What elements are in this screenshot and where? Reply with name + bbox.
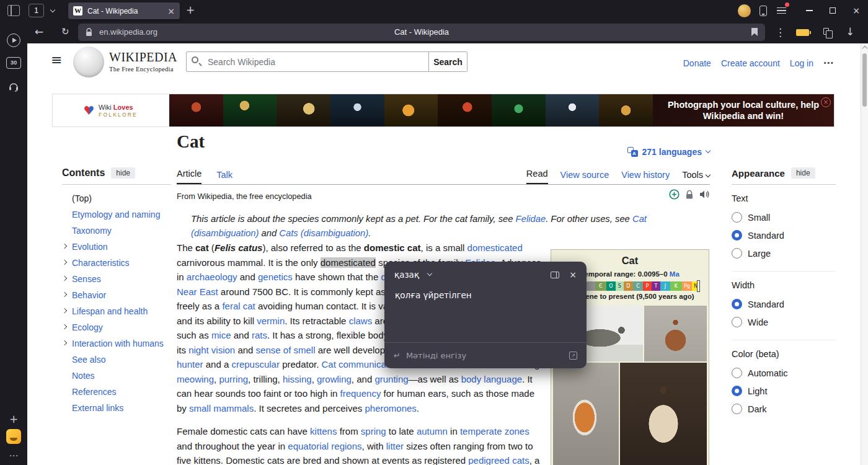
toc-expand-icon[interactable] bbox=[62, 276, 67, 281]
wiki-link[interactable]: pheromones bbox=[365, 403, 416, 414]
toc-expand-icon[interactable] bbox=[62, 292, 67, 297]
wiki-link[interactable]: night vision bbox=[188, 345, 235, 355]
toc-expand-icon[interactable] bbox=[62, 244, 67, 249]
wiki-link[interactable]: kittens bbox=[310, 426, 337, 436]
toc-item-references[interactable]: References bbox=[62, 384, 171, 400]
tab-view-source[interactable]: View source bbox=[560, 170, 609, 184]
back-button[interactable]: ← bbox=[35, 25, 43, 38]
wiki-link[interactable]: sense of smell bbox=[256, 345, 316, 355]
toc-item-notes[interactable]: Notes bbox=[62, 368, 171, 384]
strip-overflow-icon[interactable]: ⋯ bbox=[0, 450, 27, 461]
toc-item-senses[interactable]: Senses bbox=[62, 271, 171, 287]
headset-support-icon[interactable] bbox=[7, 81, 20, 93]
wiki-link[interactable]: genetics bbox=[258, 272, 293, 282]
appearance-option-large[interactable]: Large bbox=[732, 244, 836, 262]
toc-item-taxonomy[interactable]: Taxonomy bbox=[62, 223, 171, 239]
appearance-option-wide[interactable]: Wide bbox=[732, 313, 836, 331]
languages-selector[interactable]: A 271 languages bbox=[627, 147, 711, 157]
search-input[interactable] bbox=[186, 51, 429, 72]
pinned-app-icon[interactable] bbox=[6, 429, 21, 444]
window-maximize-button[interactable] bbox=[821, 0, 844, 21]
tabs-copy-icon[interactable] bbox=[823, 28, 829, 35]
toc-item-evolution[interactable]: Evolution bbox=[62, 239, 171, 255]
radio-icon[interactable] bbox=[732, 317, 742, 327]
wiki-link[interactable]: equatorial regions bbox=[288, 441, 361, 451]
appearance-option-small[interactable]: Small bbox=[732, 208, 836, 226]
tab-list-chevron-icon[interactable] bbox=[50, 7, 55, 12]
tab-talk[interactable]: Talk bbox=[216, 170, 232, 184]
good-article-icon[interactable] bbox=[669, 189, 680, 200]
wiki-link[interactable]: Cats (disambiguation) bbox=[279, 228, 368, 238]
appearance-option-light[interactable]: Light bbox=[732, 382, 836, 400]
tab-counter[interactable]: 1 bbox=[29, 4, 44, 17]
cat-photo-4[interactable] bbox=[620, 363, 707, 465]
wiki-link[interactable]: crepuscular bbox=[231, 359, 280, 370]
tab-view-history[interactable]: View history bbox=[621, 170, 670, 184]
wiki-link[interactable]: archaeology bbox=[187, 272, 237, 282]
popup-input-row[interactable]: ↵ Мәтінді енгізу ↗ bbox=[384, 342, 587, 368]
tab-article[interactable]: Article bbox=[177, 169, 202, 184]
tab-close-icon[interactable]: × bbox=[167, 6, 175, 16]
toc-item-external-links[interactable]: External links bbox=[62, 400, 171, 416]
wiki-link[interactable]: autumn bbox=[417, 426, 448, 436]
radio-icon[interactable] bbox=[732, 248, 742, 259]
appearance-option-standard[interactable]: Standard bbox=[732, 226, 836, 244]
browser-tab[interactable]: W Cat - Wikipedia × bbox=[68, 2, 180, 19]
reload-button[interactable]: ↻ bbox=[61, 26, 69, 37]
tools-menu[interactable]: Tools bbox=[682, 170, 710, 184]
toc-expand-icon[interactable] bbox=[62, 308, 67, 313]
radio-selected-icon[interactable] bbox=[732, 230, 742, 241]
toc-item-characteristics[interactable]: Characteristics bbox=[62, 255, 171, 271]
toc-expand-icon[interactable] bbox=[62, 340, 67, 345]
wiki-link[interactable]: Near East bbox=[177, 286, 218, 297]
sidebar-toggle-icon[interactable] bbox=[7, 5, 20, 16]
radio-selected-icon[interactable] bbox=[732, 386, 742, 396]
wikipedia-logo[interactable] bbox=[73, 46, 104, 78]
toc-item-top[interactable]: (Top) bbox=[62, 190, 171, 206]
wiki-link[interactable]: growling bbox=[317, 374, 352, 384]
search-button[interactable]: Search bbox=[429, 51, 467, 72]
cat-photo-2[interactable] bbox=[644, 306, 707, 361]
wiki-link[interactable]: Felidae bbox=[516, 214, 546, 224]
app-menu-icon[interactable] bbox=[777, 6, 786, 16]
popup-close-icon[interactable]: × bbox=[569, 270, 577, 280]
wiki-link[interactable]: purring bbox=[219, 374, 248, 384]
wiki-link[interactable]: mice bbox=[211, 330, 231, 340]
listen-speaker-icon[interactable] bbox=[699, 190, 710, 199]
appearance-hide-button[interactable]: hide bbox=[791, 167, 815, 179]
wiki-link[interactable]: spring bbox=[361, 426, 386, 436]
log-in-link[interactable]: Log in bbox=[790, 58, 813, 68]
wiki-link[interactable]: hunter bbox=[177, 359, 203, 370]
banner-message[interactable]: Photograph your local culture, help Wiki… bbox=[653, 94, 834, 126]
toc-expand-icon[interactable] bbox=[62, 324, 67, 329]
toc-item-interaction-with-humans[interactable]: Interaction with humans bbox=[62, 335, 171, 352]
campaign-banner[interactable]: Wiki Loves FOLKLORE Photograph your loca… bbox=[53, 94, 834, 126]
banner-close-icon[interactable]: × bbox=[821, 97, 831, 107]
popup-pane-icon[interactable] bbox=[551, 272, 559, 278]
appearance-option-standard[interactable]: Standard bbox=[732, 295, 836, 313]
radio-icon[interactable] bbox=[732, 212, 742, 223]
url-bar[interactable]: en.wikipedia.org Cat - Wikipedia bbox=[78, 24, 765, 41]
window-minimize-button[interactable] bbox=[797, 0, 821, 21]
toc-item-etymology-and-naming[interactable]: Etymology and naming bbox=[62, 206, 171, 223]
wikipedia-wordmark[interactable]: WIKIPEDIA The Free Encyclopedia bbox=[109, 50, 177, 73]
wiki-link[interactable]: small mammals bbox=[189, 403, 254, 414]
donate-link[interactable]: Donate bbox=[683, 58, 711, 68]
toc-item-ecology[interactable]: Ecology bbox=[62, 319, 171, 335]
appearance-option-automatic[interactable]: Automatic bbox=[732, 364, 836, 382]
wiki-link[interactable]: hissing bbox=[283, 374, 312, 384]
downloads-icon[interactable]: ↓ bbox=[846, 25, 854, 38]
wiki-link[interactable]: feral cat bbox=[222, 301, 255, 311]
toc-item-behavior[interactable]: Behavior bbox=[62, 287, 171, 303]
toc-item-see-also[interactable]: See also bbox=[62, 352, 171, 368]
wiki-link[interactable]: frequency bbox=[340, 388, 381, 399]
wiki-link[interactable]: domesticated bbox=[467, 242, 523, 253]
scroll-up-icon[interactable] bbox=[862, 46, 867, 51]
extensions-menu-icon[interactable]: ⋮ bbox=[775, 26, 786, 38]
popup-language-chevron-icon[interactable] bbox=[427, 271, 432, 276]
main-menu-icon[interactable]: ≡ bbox=[51, 52, 62, 68]
strip-add-button[interactable]: + bbox=[0, 413, 27, 425]
appearance-option-dark[interactable]: Dark bbox=[732, 400, 836, 418]
scrollbar-thumb[interactable] bbox=[862, 53, 867, 107]
page-protection-lock-icon[interactable] bbox=[685, 190, 694, 200]
